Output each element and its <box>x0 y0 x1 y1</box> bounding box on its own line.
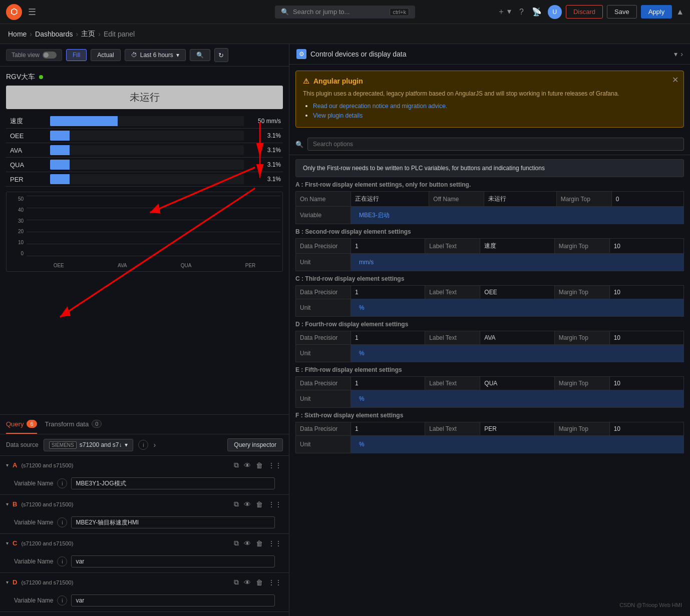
var-input[interactable] <box>71 555 275 567</box>
chevron-down-icon[interactable]: ▾ <box>6 462 9 468</box>
delete-button[interactable]: 🗑 <box>255 460 264 470</box>
time-range-button[interactable]: ⏱ Last 6 hours ▾ <box>125 49 186 61</box>
cell-value: QUA <box>480 377 554 390</box>
breadcrumb-main[interactable]: 主页 <box>81 30 95 39</box>
drag-handle[interactable]: ⋮⋮ <box>267 460 283 470</box>
query-item-body: Variable Name i <box>0 552 289 572</box>
chart-y-label: 20 <box>18 229 24 234</box>
drag-handle[interactable]: ⋮⋮ <box>267 538 283 548</box>
collapse-button[interactable]: ▲ <box>676 8 684 17</box>
avatar[interactable]: U <box>548 5 562 19</box>
cell-value[interactable] <box>351 436 684 453</box>
tab-badge: 6 <box>27 420 37 428</box>
copy-button[interactable]: ⧉ <box>233 577 240 587</box>
toggle-visibility-button[interactable]: 👁 <box>243 577 252 587</box>
expand-right-button[interactable]: › <box>680 50 683 58</box>
more-button[interactable]: › <box>153 441 156 449</box>
info-button[interactable]: i <box>138 440 148 450</box>
datasource-select[interactable]: SIEMENS s71200 and s7↓ ▾ <box>44 439 134 451</box>
var-input[interactable] <box>71 477 275 489</box>
table-view-switch[interactable] <box>43 52 57 59</box>
table-row: Data Precisior1Label TextOEEMargin Top10 <box>296 286 684 299</box>
hamburger-menu[interactable]: ☰ <box>28 7 36 18</box>
settings-section: E : Fifth-row display element settingsDa… <box>295 366 684 408</box>
delete-button[interactable]: 🗑 <box>255 499 264 509</box>
query-inspector-button[interactable]: Query inspector <box>227 438 283 451</box>
var-info-button[interactable]: i <box>57 595 67 605</box>
chart-bars <box>27 196 280 256</box>
angular-plugin-link[interactable]: View plugin details <box>313 112 363 119</box>
refresh-button[interactable]: ↻ <box>214 48 228 62</box>
search-zoom-button[interactable]: 🔍 <box>190 49 210 61</box>
var-input[interactable] <box>71 594 275 606</box>
delete-button[interactable]: 🗑 <box>255 538 264 548</box>
copy-button[interactable]: ⧉ <box>233 460 240 470</box>
cell-value[interactable] <box>351 345 684 362</box>
metric-row: AVA 3.1% <box>6 143 283 158</box>
cell-input[interactable] <box>355 210 679 221</box>
drag-handle[interactable]: ⋮⋮ <box>267 499 283 509</box>
global-search[interactable]: 🔍 Search or jump to... ctrl+k <box>275 6 415 19</box>
table-row: Unit <box>296 390 684 408</box>
tab-badge: 0 <box>92 420 102 428</box>
toggle-visibility-button[interactable]: 👁 <box>243 499 252 509</box>
cell-label: Variable <box>296 207 351 224</box>
table-row: Unit <box>296 436 684 453</box>
actual-button[interactable]: Actual <box>91 49 120 61</box>
settings-sections: A : First-row display element settings, … <box>289 181 690 453</box>
apply-button[interactable]: Apply <box>641 5 672 19</box>
copy-button[interactable]: ⧉ <box>233 538 240 548</box>
toggle-visibility-button[interactable]: 👁 <box>243 460 252 470</box>
save-button[interactable]: Save <box>607 5 637 19</box>
breadcrumb-dashboards[interactable]: Dashboards <box>35 30 73 38</box>
cell-label: Margin Top <box>554 331 609 345</box>
breadcrumb-home[interactable]: Home <box>8 30 27 38</box>
search-options-input[interactable] <box>307 138 684 151</box>
delete-button[interactable]: 🗑 <box>255 577 264 587</box>
collapse-right-button[interactable]: ▾ <box>674 50 677 58</box>
cell-value[interactable] <box>351 299 684 317</box>
metric-label: PER <box>6 176 46 183</box>
table-view-toggle[interactable]: Table view <box>6 49 62 61</box>
add-icon[interactable]: ＋ ▾ <box>495 5 513 19</box>
var-info-button[interactable]: i <box>57 556 67 566</box>
var-info-button[interactable]: i <box>57 478 67 488</box>
cell-input[interactable] <box>355 393 679 404</box>
chevron-down-icon[interactable]: ▾ <box>6 501 9 507</box>
toggle-visibility-button[interactable]: 👁 <box>243 538 252 548</box>
help-icon[interactable]: ? <box>517 6 526 19</box>
query-tab[interactable]: Transform data0 <box>45 415 102 434</box>
cell-value[interactable] <box>351 390 684 408</box>
var-row: Variable Name i <box>14 477 275 489</box>
cell-value: 10 <box>609 286 683 299</box>
query-tab[interactable]: Query6 <box>6 415 37 434</box>
query-item-body: Variable Name i <box>0 513 289 533</box>
cell-input[interactable] <box>355 257 679 268</box>
cell-input[interactable] <box>355 348 679 359</box>
datasource-name: s71200 and s7↓ <box>80 441 122 448</box>
copy-button[interactable]: ⧉ <box>233 499 240 509</box>
chevron-down-icon[interactable]: ▾ <box>6 579 9 585</box>
search-icon: 🔍 <box>281 8 289 16</box>
metrics-list: 速度 50 mm/s OEE 3.1% AVA 3.1% QUA 3.1% PE… <box>6 114 283 187</box>
cell-value[interactable] <box>351 207 684 224</box>
settings-section: D : Fourth-row display element settingsD… <box>295 321 684 362</box>
cell-input[interactable] <box>355 439 679 450</box>
chevron-down-icon[interactable]: ▾ <box>6 540 9 546</box>
cell-label: Label Text <box>425 239 480 254</box>
notifications-icon[interactable]: 📡 <box>530 5 544 19</box>
cell-input[interactable] <box>355 302 679 313</box>
cell-value[interactable] <box>351 254 684 271</box>
metric-value: 3.1% <box>248 176 283 183</box>
var-row: Variable Name i <box>14 555 275 567</box>
discard-button[interactable]: Discard <box>566 5 603 19</box>
query-item: ▾ E (s71200 and s71500) ⧉ 👁 🗑 ⋮⋮ Variabl… <box>0 612 289 616</box>
angular-deprecation-link[interactable]: Read our deprecation notice and migratio… <box>313 103 447 110</box>
warning-close-button[interactable]: ✕ <box>672 75 678 85</box>
var-input[interactable] <box>71 516 275 528</box>
chart-x-label: OEE <box>54 263 64 268</box>
fill-button[interactable]: Fill <box>66 49 87 61</box>
query-letter: A <box>13 461 17 469</box>
drag-handle[interactable]: ⋮⋮ <box>267 577 283 587</box>
var-info-button[interactable]: i <box>57 517 67 527</box>
